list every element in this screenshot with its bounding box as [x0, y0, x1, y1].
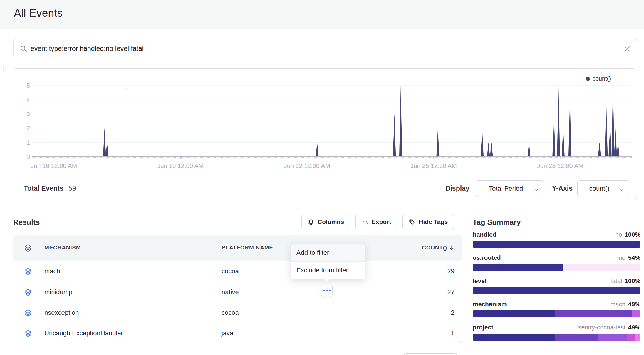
tag-bar-segment [473, 241, 640, 248]
menu-item-add-to-filter[interactable]: Add to filter [291, 244, 365, 262]
tag-bar-segment [555, 310, 632, 317]
column-header-mechanism[interactable]: MECHANISM [44, 235, 81, 261]
cell-mechanism[interactable]: minidump [44, 282, 72, 302]
cell-mechanism[interactable]: nsexception [44, 302, 79, 323]
button-label: Columns [318, 218, 344, 225]
button-label: Hide Tags [419, 218, 448, 225]
svg-text:Jun 28 12:00 AM: Jun 28 12:00 AM [537, 162, 583, 169]
tag-bar-segment [473, 334, 555, 341]
cell-count: 29 [447, 261, 455, 282]
column-header-platform[interactable]: PLATFORM.NAME [222, 235, 273, 261]
cell-count: 27 [447, 282, 455, 302]
tag-entry-level: levelfatal100% [473, 277, 640, 294]
tag-distribution-bar[interactable] [473, 334, 640, 341]
search-input[interactable] [31, 39, 612, 58]
tag-bar-segment [555, 334, 598, 341]
display-select[interactable]: Total Period [476, 180, 544, 197]
tag-top-percent: 100% [625, 277, 640, 284]
tag-summary-heading: Tag Summary [473, 218, 521, 227]
tag-summary-list: handledno100%os.rootedno54%levelfatal100… [473, 231, 640, 347]
tag-top-value: sentry-cocoa-test [578, 324, 625, 331]
yaxis-select[interactable]: count() [577, 180, 629, 197]
chart-marker-artifact [125, 86, 128, 89]
svg-text:Jun 19 12:00 AM: Jun 19 12:00 AM [157, 162, 204, 169]
svg-text:3: 3 [26, 110, 30, 117]
cell-count: 2 [451, 302, 455, 323]
cell-context-menu: Add to filterExclude from filter [291, 244, 365, 279]
total-events-value: 59 [68, 185, 76, 192]
layers-icon[interactable] [24, 309, 32, 317]
search-bar [13, 39, 638, 58]
clear-search-icon[interactable] [623, 45, 631, 53]
button-label: Export [372, 218, 391, 225]
tag-top-percent: 49% [628, 301, 640, 308]
svg-text:2: 2 [26, 125, 30, 131]
tag-top-value: no [619, 254, 625, 261]
display-label: Display [445, 185, 469, 192]
layers-icon[interactable] [24, 244, 32, 252]
chevron-down-icon [534, 186, 539, 191]
cell-mechanism[interactable]: mach [44, 261, 60, 282]
legend-dot-icon [586, 77, 590, 81]
table-row[interactable]: UncaughtExceptionHandlerjava1 [13, 323, 462, 343]
tag-distribution-bar[interactable] [473, 287, 640, 294]
cell-platform[interactable]: cocoa [222, 302, 239, 323]
pagination-button-cutoff[interactable] [404, 353, 457, 355]
layers-icon[interactable] [24, 288, 32, 296]
column-header-count[interactable]: COUNT() [422, 235, 455, 261]
cell-platform[interactable]: java [222, 323, 233, 343]
tag-top-value: mach [611, 301, 625, 308]
svg-text:1: 1 [26, 139, 30, 146]
events-chart-panel: 012345Jun 16 12:00 AMJun 19 12:00 AMJun … [13, 68, 637, 200]
tag-name: level [473, 277, 487, 284]
yaxis-label: Y-Axis [552, 185, 573, 192]
export-button[interactable]: Export [355, 214, 398, 230]
tag-icon [409, 219, 415, 225]
top-bar: All Events [0, 0, 644, 29]
total-events-label: Total Events [24, 185, 63, 192]
svg-text:5: 5 [26, 82, 30, 89]
tag-top-value: no [615, 231, 622, 238]
tag-top-percent: 100% [625, 231, 640, 238]
tag-name: project [473, 324, 493, 331]
hide-tags-button[interactable]: Hide Tags [402, 214, 454, 230]
table-header-row: MECHANISM PLATFORM.NAME COUNT() [13, 235, 462, 261]
tag-bar-segment [635, 334, 640, 341]
tag-entry-os.rooted: os.rootedno54% [473, 254, 640, 271]
cell-platform[interactable]: cocoa [222, 261, 239, 282]
svg-text:Jun 16 12:00 AM: Jun 16 12:00 AM [31, 162, 77, 169]
layers-icon[interactable] [24, 267, 32, 275]
tag-bar-segment [563, 264, 640, 271]
download-icon [362, 219, 368, 225]
tag-distribution-bar[interactable] [473, 241, 640, 248]
page: All Events 012345Jun 16 12:00 AMJun 19 1… [0, 0, 644, 355]
chart-footer: Total Events 59 Display Total Period Y-A… [13, 177, 637, 200]
tag-entry-project: projectsentry-cocoa-test49% [473, 324, 640, 341]
tag-bar-segment [473, 264, 563, 271]
results-table: MECHANISM PLATFORM.NAME COUNT() machcoco… [13, 235, 462, 343]
tag-distribution-bar[interactable] [473, 264, 640, 271]
table-row[interactable]: minidumpnative27 [13, 282, 462, 302]
cell-actions-button[interactable] [321, 284, 333, 297]
tag-top-percent: 54% [628, 254, 640, 261]
cell-mechanism[interactable]: UncaughtExceptionHandler [44, 323, 123, 343]
display-select-value: Total Period [482, 185, 531, 192]
tag-entry-mechanism: mechanismmach49% [473, 301, 640, 317]
layers-icon[interactable] [24, 329, 32, 337]
columns-button[interactable]: Columns [301, 214, 350, 230]
drag-handle-artifact [3, 66, 5, 71]
chart-legend[interactable]: count() [586, 75, 611, 82]
tag-distribution-bar[interactable] [473, 310, 640, 317]
page-title: All Events [14, 7, 63, 19]
svg-text:4: 4 [26, 96, 30, 103]
tag-bar-segment [473, 287, 640, 294]
cell-platform[interactable]: native [222, 282, 239, 302]
tag-name: os.rooted [473, 254, 501, 261]
table-row[interactable]: machcocoa29 [13, 261, 462, 282]
results-heading: Results [13, 218, 40, 227]
tag-bar-segment [627, 334, 635, 341]
search-icon [20, 45, 27, 53]
table-row[interactable]: nsexceptioncocoa2 [13, 302, 462, 323]
tag-top-percent: 49% [628, 324, 640, 331]
arrow-down-icon [449, 245, 455, 251]
